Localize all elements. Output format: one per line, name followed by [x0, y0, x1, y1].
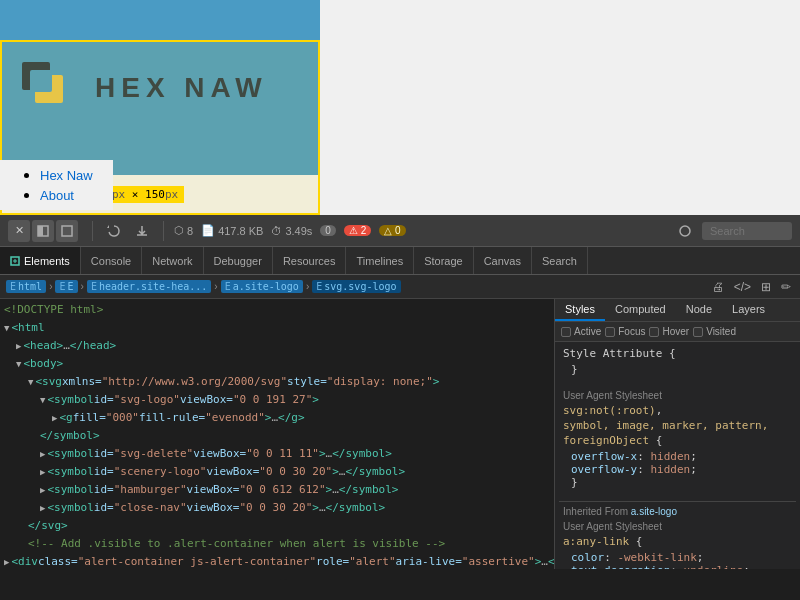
- devtools-body: <!DOCTYPE html> ▼ <html ▶ <head> … </hea…: [0, 299, 800, 569]
- style-selector-svg3: foreignObject {: [559, 433, 796, 448]
- download-btn[interactable]: [131, 222, 153, 240]
- filter-focus[interactable]: Focus: [605, 326, 645, 337]
- tab-elements[interactable]: Elements: [0, 247, 81, 274]
- styles-tab-styles[interactable]: Styles: [555, 299, 605, 321]
- dom-line-body[interactable]: ▼ <body>: [0, 355, 554, 373]
- time-value: 3.49s: [285, 225, 312, 237]
- messages-badge: 0: [320, 225, 336, 236]
- styles-tab-node[interactable]: Node: [676, 299, 722, 321]
- filter-hover[interactable]: Hover: [649, 326, 689, 337]
- style-selector-a: a:any-link {: [559, 534, 796, 549]
- svg-rect-4: [38, 226, 43, 236]
- tab-resources[interactable]: Resources: [273, 247, 347, 274]
- tab-timelines-label: Timelines: [356, 255, 403, 267]
- styles-filter-row: Active Focus Hover Visited: [555, 322, 800, 342]
- dom-tree-panel[interactable]: <!DOCTYPE html> ▼ <html ▶ <head> … </hea…: [0, 299, 555, 569]
- tab-console-label: Console: [91, 255, 131, 267]
- bc-svg-logo[interactable]: E svg.svg-logo: [312, 280, 400, 293]
- tab-timelines[interactable]: Timelines: [346, 247, 414, 274]
- warnings-badge-item: △ 0: [379, 225, 405, 236]
- style-source-a: User Agent Stylesheet: [559, 519, 796, 534]
- devtools-info-group: ⬡ 8 📄 417.8 KB ⏱ 3.49s 0 ⚠ 2 △ 0: [174, 224, 406, 237]
- tab-console[interactable]: Console: [81, 247, 142, 274]
- dom-line-symbol-delete[interactable]: ▶ <symbol id="svg-delete" viewBox="0 0 1…: [0, 445, 554, 463]
- style-section-a-any-link: User Agent Stylesheet a:any-link { color…: [559, 519, 796, 569]
- inherited-from-label: Inherited From a.site-logo: [559, 501, 796, 519]
- tab-resources-label: Resources: [283, 255, 336, 267]
- tab-count: 8: [187, 225, 193, 237]
- dom-line-symbol-close-nav[interactable]: ▶ <symbol id="close-nav" viewBox="0 0 30…: [0, 499, 554, 517]
- devtools-panel: ✕ ⬡ 8 📄 417.8 KB ⏱: [0, 215, 800, 569]
- bc-html[interactable]: E html: [6, 280, 46, 293]
- dom-line-svg-root-close[interactable]: </svg>: [0, 517, 554, 535]
- file-size-item: 📄 417.8 KB: [201, 224, 263, 237]
- nav-hex-naw[interactable]: Hex Naw: [40, 168, 93, 183]
- svg-point-6: [680, 226, 690, 236]
- topbar-sep-2: [163, 221, 164, 241]
- bc-pen-btn[interactable]: ✏: [778, 280, 794, 294]
- bc-print-btn[interactable]: 🖨: [709, 280, 727, 294]
- devtools-topbar: ✕ ⬡ 8 📄 417.8 KB ⏱: [0, 215, 800, 247]
- style-selector-svg2: symbol, image, marker, pattern,: [559, 418, 796, 433]
- nav-about[interactable]: About: [40, 188, 74, 203]
- inherited-from-link[interactable]: a.site-logo: [631, 506, 677, 517]
- dom-line-comment-alert[interactable]: <!-- Add .visible to .alert-container wh…: [0, 535, 554, 553]
- bc-body[interactable]: E E: [55, 280, 77, 293]
- style-section-svg-not-root: User Agent Stylesheet svg:not(:root), sy…: [559, 388, 796, 493]
- devtools-breadcrumb: E html › E E › E header.site-hea... › E …: [0, 275, 800, 299]
- tab-count-item: ⬡ 8: [174, 224, 193, 237]
- style-block-svg: overflow-x: hidden; overflow-y: hidden; …: [559, 448, 796, 493]
- styles-panel-tabs: Styles Computed Node Layers: [555, 299, 800, 322]
- tab-search[interactable]: Search: [532, 247, 588, 274]
- filter-active[interactable]: Active: [561, 326, 601, 337]
- filter-visited[interactable]: Visited: [693, 326, 736, 337]
- tab-network[interactable]: Network: [142, 247, 203, 274]
- dom-line-symbol-logo[interactable]: ▼ <symbol id="svg-logo" viewBox="0 0 191…: [0, 391, 554, 409]
- dom-line-g[interactable]: ▶ <g fill="000" fill-rule="evenodd" > … …: [0, 409, 554, 427]
- errors-badge-item: ⚠ 2: [344, 225, 371, 236]
- tab-storage[interactable]: Storage: [414, 247, 474, 274]
- file-icon: 📄: [201, 224, 215, 237]
- devtools-tabs: Elements Console Network Debugger Resour…: [0, 247, 800, 275]
- tab-storage-label: Storage: [424, 255, 463, 267]
- time-item: ⏱ 3.49s: [271, 225, 312, 237]
- topbar-sep-1: [92, 221, 93, 241]
- dom-line-html[interactable]: ▼ <html: [0, 319, 554, 337]
- style-block-attribute: }: [559, 361, 796, 380]
- styles-tab-computed[interactable]: Computed: [605, 299, 676, 321]
- dom-line-svg-root[interactable]: ▼ <svg xmlns="http://www.w3.org/2000/svg…: [0, 373, 554, 391]
- devtools-dock-btn[interactable]: [32, 220, 54, 242]
- tab-debugger-label: Debugger: [214, 255, 262, 267]
- bc-code-btn[interactable]: </>: [731, 280, 754, 294]
- network-condition-btn[interactable]: [674, 222, 696, 240]
- bc-header[interactable]: E header.site-hea...: [87, 280, 211, 293]
- dom-line-symbol-scenery[interactable]: ▶ <symbol id="scenery-logo" viewBox="0 0…: [0, 463, 554, 481]
- devtools-search-input[interactable]: [702, 222, 792, 240]
- dom-line-symbol-hamburger[interactable]: ▶ <symbol id="hamburger" viewBox="0 0 61…: [0, 481, 554, 499]
- errors-badge: ⚠ 2: [344, 225, 371, 236]
- devtools-toggle-group: ✕: [8, 220, 78, 242]
- tab-canvas-label: Canvas: [484, 255, 521, 267]
- tab-icon: ⬡: [174, 224, 184, 237]
- browser-viewport: HEX NAW svg.svg-logo 300px × 150px Hex N…: [0, 0, 800, 215]
- devtools-expand-btn[interactable]: [56, 220, 78, 242]
- styles-tab-layers[interactable]: Layers: [722, 299, 775, 321]
- dom-line-symbol-logo-close[interactable]: </symbol>: [0, 427, 554, 445]
- dom-line-doctype[interactable]: <!DOCTYPE html>: [0, 301, 554, 319]
- reload-btn[interactable]: [103, 222, 125, 240]
- bc-grid-btn[interactable]: ⊞: [758, 280, 774, 294]
- dom-line-div-alert[interactable]: ▶ <div class="alert-container js-alert-c…: [0, 553, 554, 569]
- tab-canvas[interactable]: Canvas: [474, 247, 532, 274]
- styles-panel: Styles Computed Node Layers Active Focus…: [555, 299, 800, 569]
- warnings-badge: △ 0: [379, 225, 405, 236]
- tab-debugger[interactable]: Debugger: [204, 247, 273, 274]
- devtools-close-btn[interactable]: ✕: [8, 220, 30, 242]
- bc-a-site-logo[interactable]: E a.site-logo: [221, 280, 303, 293]
- style-section-attribute: Style Attribute { }: [559, 346, 796, 380]
- tab-search-label: Search: [542, 255, 577, 267]
- errors-item: 0: [320, 225, 336, 236]
- style-source-svg: User Agent Stylesheet: [559, 388, 796, 403]
- dom-line-head[interactable]: ▶ <head> … </head>: [0, 337, 554, 355]
- file-size: 417.8 KB: [218, 225, 263, 237]
- tab-network-label: Network: [152, 255, 192, 267]
